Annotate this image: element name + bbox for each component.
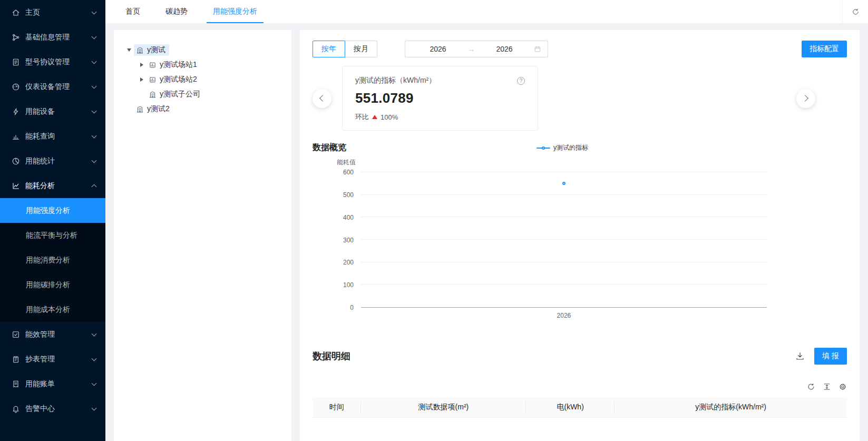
sidebar-item-label: 用能统计 [25,156,87,166]
caret-right-icon[interactable] [137,63,147,67]
caret-right-icon[interactable] [137,77,147,82]
chevron-down-icon [92,9,97,14]
sidebar-subitem-intensity-analysis[interactable]: 用能强度分析 [0,198,105,223]
chart-gridline [361,284,767,285]
home-icon [12,8,20,17]
sidebar-subitem-flow-balance[interactable]: 能流平衡与分析 [0,223,105,248]
sidebar-item-home[interactable]: 主页 [0,0,105,25]
settings-icon[interactable] [838,383,847,391]
year-range-picker[interactable]: 2026 → 2026 [405,41,548,57]
column-header-indicator: y测试的指标(kWh/m²) [615,397,847,417]
sidebar-item-efficiency[interactable]: 能效管理 [0,322,105,347]
indicator-config-button[interactable]: 指标配置 [802,41,847,57]
help-icon[interactable]: ? [517,77,525,85]
sidebar-submenu-energy-analysis: 用能强度分析 能流平衡与分析 用能消费分析 用能碳排分析 用能成本分析 [0,198,105,322]
chart-x-labels: 2026 [361,308,767,319]
sidebar-item-alarm[interactable]: 告警中心 [0,396,105,421]
by-month-button[interactable]: 按月 [345,41,377,57]
filter-bar: 按年 按月 2026 → 2026 指标配置 [313,41,847,57]
refresh-button[interactable] [842,0,868,23]
site-icon [149,61,157,69]
sidebar-item-bill[interactable]: 用能账单 [0,371,105,396]
tree-node-y-test2[interactable]: y测试2 [124,102,281,116]
sidebar-item-label: 能耗分析 [25,181,87,191]
site-icon [149,76,157,84]
sidebar-subitem-cost-analysis[interactable]: 用能成本分析 [0,297,105,322]
y-axis-tick-label: 200 [343,259,354,266]
energy-stats-icon [12,157,20,165]
sidebar-item-label: 能效管理 [25,330,87,339]
sidebar-item-label: 用能设备 [25,107,87,116]
tab-intensity-analysis[interactable]: 用能强度分析 [200,0,270,23]
range-start-value[interactable]: 2026 [412,45,464,53]
org-tree-panel: y测试 y测试场站1 y测试场站2 [114,30,291,441]
sidebar-subitem-carbon-analysis[interactable]: 用能碳排分析 [0,272,105,297]
sidebar-item-meter-reading[interactable]: 抄表管理 [0,347,105,371]
tab-home[interactable]: 首页 [113,0,153,23]
legend-item[interactable]: y测试的指标 [537,143,588,152]
carousel-prev-button[interactable] [313,89,331,108]
caret-up-icon [372,115,377,119]
chevron-down-icon [92,108,97,113]
range-end-value[interactable]: 2026 [478,45,531,53]
tree-node-y-test-station1[interactable]: y测试场站1 [124,57,281,72]
column-height-icon[interactable] [823,383,831,391]
sidebar-item-label: 仪表设备管理 [25,82,87,92]
sidebar-item-basic-info[interactable]: 基础信息管理 [0,25,105,50]
chart-plot [361,172,767,308]
chevron-down-icon [92,158,97,163]
energy-query-icon [12,132,20,141]
company-icon [136,105,144,113]
sidebar-item-protocol[interactable]: 型号协议管理 [0,50,105,74]
chevron-down-icon [92,58,97,64]
app-root: 主页 基础信息管理 型号协议管理 仪表设备管理 用能设备 能耗查询 [0,0,868,441]
sidebar-item-energy-query[interactable]: 能耗查询 [0,124,105,149]
caret-down-icon[interactable] [124,48,134,52]
column-header-test-data: 测试数据项(m²) [361,397,526,417]
download-icon[interactable] [795,351,805,361]
y-axis-tick-label: 400 [343,214,354,221]
tree-node-label: y测试子公司 [160,90,200,99]
chevron-down-icon [92,83,97,89]
chart-gridline [361,239,767,240]
chart-gridline [361,262,767,262]
calendar-icon [534,45,541,53]
tree-node-label: y测试场站1 [160,60,197,70]
y-axis-tick-label: 100 [343,282,354,288]
chevron-up-icon [92,184,97,190]
sidebar-item-energy-stats[interactable]: 用能统计 [0,149,105,173]
arrow-right-icon: → [464,45,478,53]
chevron-down-icon [92,405,97,410]
y-axis-tick-label: 300 [343,237,354,243]
table-header-row: 时间 测试数据项(m²) 电(kWh) y测试的指标(kWh/m²) [313,397,847,417]
y-axis-title: 能耗值 [337,158,767,167]
by-year-button[interactable]: 按年 [313,41,345,57]
basic-info-icon [12,33,20,42]
bill-icon [12,380,20,388]
sidebar-item-energy-analysis[interactable]: 能耗分析 [0,173,105,198]
tree-node-label: y测试2 [147,104,170,114]
analysis-panel: 按年 按月 2026 → 2026 指标配置 [300,30,860,441]
sidebar-item-meter-device[interactable]: 仪表设备管理 [0,74,105,99]
chevron-left-icon [319,95,326,102]
reload-icon[interactable] [807,383,815,391]
carousel-next-button[interactable] [796,89,815,108]
tree-node-y-test-station2[interactable]: y测试场站2 [124,72,281,87]
column-header-electricity: 电(kWh) [526,397,615,417]
protocol-icon [12,58,20,66]
report-button[interactable]: 填 报 [814,348,847,365]
chart-data-point [562,182,565,185]
top-tabbar: 首页 碳趋势 用能强度分析 [105,0,868,24]
tree-node-y-test[interactable]: y测试 [124,43,281,57]
chevron-down-icon [92,331,97,336]
detail-table: 时间 测试数据项(m²) 电(kWh) y测试的指标(kWh/m²) [313,397,847,418]
metric-carousel: y测试的指标（kWh/m²） ? 551.0789 环比 100% [313,66,847,131]
line-chart: 能耗值 0100200300400500600 2026 [313,158,767,319]
tree-node-y-test-subsidiary[interactable]: y测试子公司 [124,87,281,102]
sidebar-subitem-consumption-analysis[interactable]: 用能消费分析 [0,248,105,272]
tab-carbon-trend[interactable]: 碳趋势 [153,0,200,23]
chevron-down-icon [92,380,97,386]
sidebar-item-label: 主页 [25,8,87,17]
column-header-time: 时间 [313,397,361,417]
sidebar-item-energy-device[interactable]: 用能设备 [0,99,105,124]
